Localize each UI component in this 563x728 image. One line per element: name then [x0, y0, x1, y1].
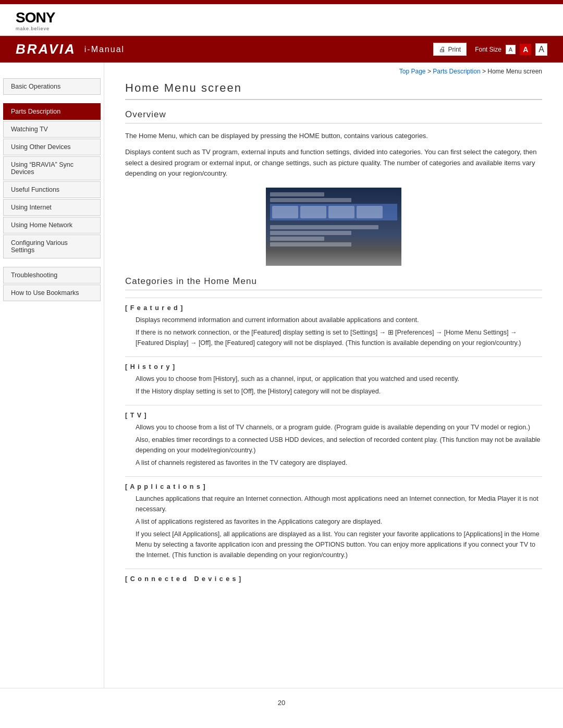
print-icon	[439, 45, 446, 53]
category-tv-text-3: A list of channels registered as favorit…	[125, 458, 542, 468]
category-applications-text-1: Launches applications that require an In…	[125, 493, 542, 514]
top-bar	[0, 0, 563, 4]
category-featured-text-1: Displays recommend information and curre…	[125, 315, 542, 325]
breadcrumb-parts-description[interactable]: Parts Description	[433, 68, 480, 75]
overview-heading: Overview	[125, 109, 542, 124]
breadcrumb-top-page[interactable]: Top Page	[399, 68, 426, 75]
category-featured-text-2: If there is no network connection, or th…	[125, 327, 542, 348]
footer-page-number: 20	[278, 699, 285, 707]
category-tv: [ T V ] Allows you to choose from a list…	[125, 405, 542, 476]
sidebar-item-using-internet[interactable]: Using Internet	[3, 199, 101, 216]
tv-highlight-row	[270, 204, 397, 220]
page-title: Home Menu screen	[125, 81, 542, 100]
main-layout: Basic Operations Parts Description Watch…	[0, 63, 563, 688]
breadcrumb-sep1: >	[427, 68, 433, 75]
tv-bar-2	[270, 198, 351, 202]
category-featured: [ F e a t u r e d ] Displays recommend i…	[125, 298, 542, 356]
overview-paragraph-1: The Home Menu, which can be displayed by…	[125, 131, 542, 142]
sidebar-item-useful-functions[interactable]: Useful Functions	[3, 181, 101, 198]
content-area: Top Page > Parts Description > Home Menu…	[104, 63, 563, 688]
tv-screenshot-inner	[266, 188, 401, 266]
category-tv-text-1: Allows you to choose from a list of TV c…	[125, 422, 542, 433]
print-label: Print	[448, 46, 461, 53]
font-size-large-button[interactable]: A	[535, 43, 547, 56]
categories-heading: Categories in the Home Menu	[125, 276, 542, 290]
footer: 20	[0, 688, 563, 717]
font-size-label: Font Size	[475, 46, 501, 53]
tv-bar-1	[270, 192, 324, 196]
category-history-label: [ H i s t o r y ]	[125, 363, 542, 371]
sidebar-item-how-to-use-bookmarks[interactable]: How to Use Bookmarks	[3, 285, 101, 301]
tv-highlight-box-4	[357, 206, 383, 218]
nav-controls: Print Font Size A A A	[433, 43, 547, 56]
tv-screenshot	[266, 188, 401, 266]
category-tv-text-2: Also, enables timer recordings to a conn…	[125, 435, 542, 455]
sidebar: Basic Operations Parts Description Watch…	[0, 63, 104, 688]
category-featured-label: [ F e a t u r e d ]	[125, 304, 542, 312]
nav-bar: BRAVIA i-Manual Print Font Size A A A	[0, 36, 563, 63]
category-applications: [ A p p l i c a t i o n s ] Launches app…	[125, 476, 542, 569]
header: SONY make.believe	[0, 4, 563, 36]
sony-logo-text: SONY	[16, 9, 55, 26]
sidebar-item-troubleshooting[interactable]: Troubleshooting	[3, 267, 101, 283]
sidebar-item-using-bravia-sync[interactable]: Using “BRAVIA” Sync Devices	[3, 156, 101, 180]
tv-bar-6	[270, 242, 351, 246]
sony-logo: SONY make.believe	[16, 9, 55, 31]
print-button[interactable]: Print	[433, 43, 467, 56]
category-applications-text-2: A list of applications registered as fav…	[125, 516, 542, 527]
tv-bar-4	[270, 231, 351, 235]
i-manual-label: i-Manual	[84, 45, 125, 54]
category-tv-label: [ T V ]	[125, 412, 542, 419]
breadcrumb: Top Page > Parts Description > Home Menu…	[125, 68, 542, 75]
bravia-title: BRAVIA i-Manual	[16, 41, 125, 57]
sidebar-item-configuring-settings[interactable]: Configuring Various Settings	[3, 235, 101, 258]
sidebar-item-parts-description[interactable]: Parts Description	[3, 103, 101, 120]
sony-tagline: make.believe	[16, 26, 50, 31]
sidebar-item-using-other-devices[interactable]: Using Other Devices	[3, 139, 101, 155]
font-size-medium-button[interactable]: A	[520, 44, 531, 55]
category-history: [ H i s t o r y ] Allows you to choose f…	[125, 356, 542, 405]
category-applications-text-3: If you select [All Applications], all ap…	[125, 529, 542, 560]
category-connected-devices-label: [ C o n n e c t e d D e v i c e s ]	[125, 575, 542, 583]
tv-highlight-box-3	[328, 206, 354, 218]
category-history-text-2: If the History display setting is set to…	[125, 386, 542, 397]
bravia-logo: BRAVIA	[16, 41, 76, 57]
category-history-text-1: Allows you to choose from [History], suc…	[125, 374, 542, 384]
category-applications-label: [ A p p l i c a t i o n s ]	[125, 483, 542, 490]
breadcrumb-sep2: >	[482, 68, 487, 75]
overview-paragraph-2: Displays content such as TV program, ext…	[125, 147, 542, 179]
tv-highlight-box-1	[272, 206, 298, 218]
font-size-small-button[interactable]: A	[506, 45, 516, 54]
sidebar-item-basic-operations[interactable]: Basic Operations	[3, 78, 101, 95]
tv-bar-5	[270, 237, 324, 241]
category-connected-devices: [ C o n n e c t e d D e v i c e s ]	[125, 569, 542, 592]
breadcrumb-current: Home Menu screen	[487, 68, 542, 75]
sidebar-item-watching-tv[interactable]: Watching TV	[3, 121, 101, 138]
sidebar-item-using-home-network[interactable]: Using Home Network	[3, 217, 101, 233]
tv-bar-3	[270, 225, 378, 229]
tv-highlight-box-2	[300, 206, 326, 218]
